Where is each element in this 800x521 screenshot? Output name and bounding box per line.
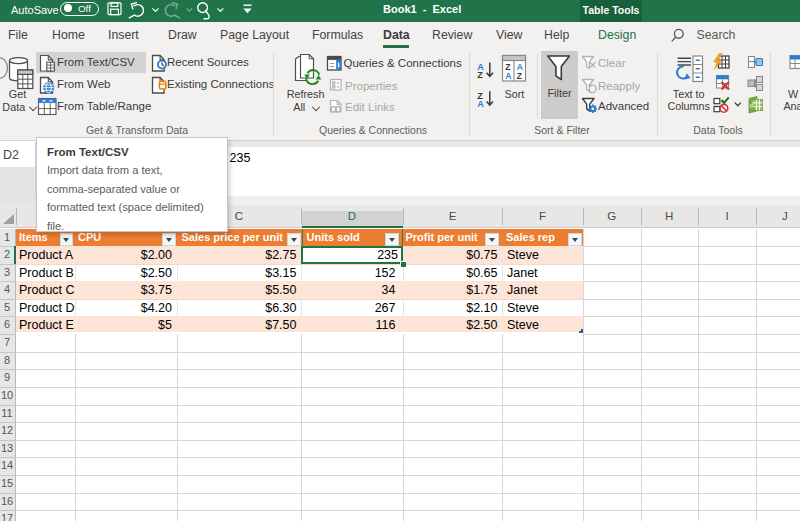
svg-text:A: A	[505, 71, 511, 81]
svg-text:A: A	[477, 99, 484, 109]
svg-text:Z: Z	[477, 70, 483, 80]
svg-text:Z: Z	[517, 71, 522, 81]
